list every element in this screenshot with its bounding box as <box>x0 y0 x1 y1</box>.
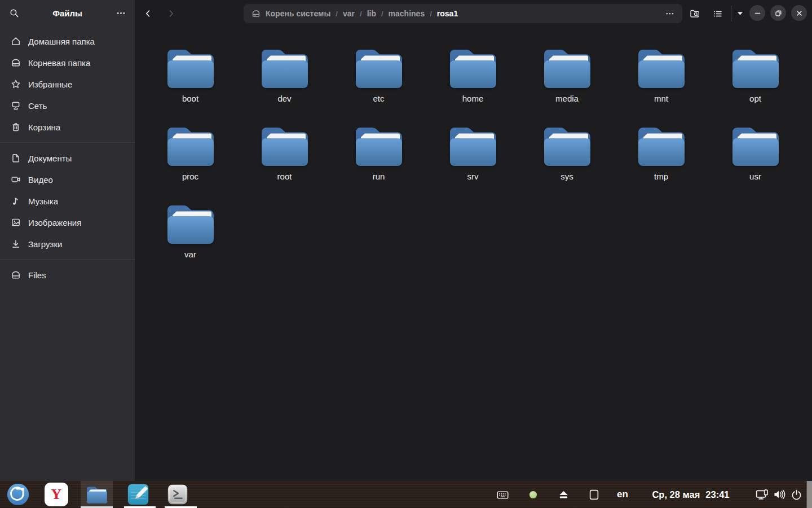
sidebar-item-pictures[interactable]: Изображения <box>0 212 135 233</box>
language-indicator[interactable]: en <box>614 481 632 508</box>
sidebar-item-label: Избранные <box>28 80 72 89</box>
minimize-icon <box>754 10 761 17</box>
path-bar[interactable]: Корень системы / var / lib / machines / … <box>244 4 682 23</box>
folder-item-home[interactable]: home <box>426 32 520 110</box>
eject-tray[interactable] <box>557 481 570 508</box>
folder-label: run <box>373 172 385 181</box>
sidebar-item-label: Загрузки <box>28 239 62 249</box>
volume-tray[interactable] <box>771 481 787 508</box>
network-tray[interactable] <box>754 481 770 508</box>
folder-item-dev[interactable]: dev <box>237 32 332 110</box>
date-label: Ср, 28 мая <box>652 489 700 500</box>
folder-item-root[interactable]: root <box>237 110 332 187</box>
list-view-button[interactable] <box>709 5 726 22</box>
rosa-menu-icon <box>6 483 30 506</box>
terminal-icon <box>166 483 189 506</box>
app-terminal[interactable] <box>165 482 190 507</box>
folder-label: srv <box>467 172 479 181</box>
app-text-editor[interactable] <box>126 482 151 507</box>
files-window: Файлы Домашняя папка Корневая папка Избр… <box>0 0 812 481</box>
folder-item-usr[interactable]: usr <box>708 110 802 187</box>
video-icon <box>11 174 21 185</box>
app-title: Файлы <box>23 8 112 18</box>
breadcrumb-separator: / <box>360 10 362 18</box>
restore-button[interactable] <box>770 5 786 21</box>
list-view-icon <box>713 8 723 19</box>
folder-item-sys[interactable]: sys <box>520 110 614 187</box>
keyboard-icon <box>497 489 509 500</box>
virtual-keyboard-tray[interactable] <box>494 481 511 508</box>
app-launcher-rosa[interactable] <box>6 482 30 507</box>
eject-icon <box>558 490 569 500</box>
drive-icon <box>11 58 21 68</box>
folder-item-srv[interactable]: srv <box>426 110 520 187</box>
folder-icon <box>353 125 405 167</box>
search-button[interactable] <box>6 5 23 21</box>
header-bar: Корень системы / var / lib / machines / … <box>135 0 812 27</box>
drive-icon <box>11 270 21 280</box>
folder-item-proc[interactable]: proc <box>143 110 237 187</box>
back-button[interactable] <box>140 5 157 22</box>
path-overflow-button[interactable]: ⋯ <box>665 8 674 19</box>
sidebar-item-trash[interactable]: Корзина <box>0 116 135 138</box>
forward-button[interactable] <box>162 5 179 22</box>
sidebar-item-music[interactable]: Музыка <box>0 190 135 212</box>
breadcrumb-var[interactable]: var <box>343 9 355 18</box>
restore-icon <box>775 10 782 17</box>
folder-item-etc[interactable]: etc <box>332 32 426 110</box>
network-icon <box>756 488 769 501</box>
square-outline-icon <box>589 489 599 500</box>
power-tray[interactable] <box>788 481 804 508</box>
tray-app-window[interactable] <box>588 481 600 508</box>
breadcrumb-machines[interactable]: machines <box>389 9 425 18</box>
sidebar-item-starred[interactable]: Избранные <box>0 73 135 95</box>
view-options-dropdown[interactable] <box>732 5 748 22</box>
sidebar-item-label: Домашняя папка <box>28 37 95 46</box>
music-icon <box>11 196 21 206</box>
show-desktop-button[interactable] <box>806 481 812 508</box>
sidebar-item-label: Музыка <box>28 196 58 206</box>
folder-label: media <box>555 94 579 103</box>
taskbar-clock[interactable]: Ср, 28 мая 23:41 <box>648 481 733 508</box>
app-files-active[interactable] <box>81 481 113 508</box>
folder-icon <box>447 125 499 167</box>
folder-icon <box>259 125 311 167</box>
folder-icon <box>259 47 311 89</box>
folder-item-boot[interactable]: boot <box>143 32 237 110</box>
folder-item-mnt[interactable]: mnt <box>614 32 708 110</box>
time-label: 23:41 <box>705 489 729 500</box>
sidebar-item-documents[interactable]: Документы <box>0 147 135 169</box>
sidebar-item-network[interactable]: Сеть <box>0 95 135 116</box>
folder-item-var[interactable]: var <box>143 187 237 265</box>
folder-icon <box>541 47 593 89</box>
desktop: Файлы Домашняя папка Корневая папка Избр… <box>0 0 812 508</box>
folder-item-tmp[interactable]: tmp <box>614 110 708 187</box>
folder-item-media[interactable]: media <box>520 32 614 110</box>
search-in-folder-button[interactable] <box>686 5 704 22</box>
sidebar-separator <box>0 142 135 143</box>
sidebar-item-downloads[interactable]: Загрузки <box>0 233 135 255</box>
folder-item-run[interactable]: run <box>332 110 426 187</box>
power-icon <box>791 489 802 500</box>
app-yandex-browser[interactable]: Y <box>44 482 69 507</box>
sidebar-item-files[interactable]: Files <box>0 264 135 286</box>
folder-label: var <box>184 249 196 259</box>
folder-label: proc <box>182 172 198 181</box>
breadcrumb-root[interactable]: Корень системы <box>266 9 330 18</box>
sidebar-item-home[interactable]: Домашняя папка <box>0 30 135 52</box>
folder-item-opt[interactable]: opt <box>708 32 802 110</box>
sidebar-item-videos[interactable]: Видео <box>0 169 135 190</box>
breadcrumb-current[interactable]: rosa1 <box>437 9 458 18</box>
folder-icon <box>636 125 687 167</box>
breadcrumb-lib[interactable]: lib <box>367 9 376 18</box>
sidebar-item-root[interactable]: Корневая папка <box>0 52 135 73</box>
folder-icon <box>636 47 687 89</box>
status-indicator-tray[interactable] <box>528 481 538 508</box>
sidebar-item-label: Видео <box>28 175 53 185</box>
drive-icon <box>251 9 261 18</box>
folder-icon <box>353 47 405 89</box>
minimize-button[interactable] <box>749 5 765 21</box>
text-editor-icon <box>126 483 150 506</box>
close-button[interactable] <box>791 5 807 21</box>
main-menu-button[interactable] <box>112 5 129 21</box>
